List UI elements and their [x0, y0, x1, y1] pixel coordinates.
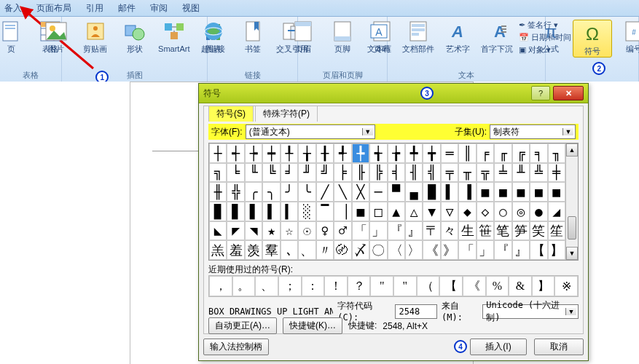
symbol-cell[interactable]: ☆ [281, 221, 298, 241]
tab-symbols[interactable]: 符号(S) [208, 106, 254, 122]
symbol-cell[interactable]: 笹 [477, 221, 494, 241]
symbol-cell[interactable]: ┿ [262, 143, 280, 163]
symbol-cell[interactable]: ▌ [262, 202, 280, 221]
help-button[interactable]: ? [531, 86, 550, 100]
symbol-cell[interactable]: ▽ [441, 202, 458, 221]
recent-symbol-cell[interactable]: % [486, 276, 509, 296]
recent-symbol-cell[interactable]: " [393, 276, 417, 296]
quickparts-button[interactable]: 文档部件 [401, 20, 436, 53]
number-button[interactable]: #编号 [616, 20, 639, 53]
symbol-cell[interactable]: ╠ [369, 163, 387, 183]
wordart-button[interactable]: A艺术字 [440, 20, 475, 53]
from-combo[interactable]: Unicode (十六进制) ▼ [482, 304, 579, 319]
symbol-cell[interactable]: ╂ [316, 143, 334, 163]
menu-page-layout[interactable]: 页面布局 [36, 2, 71, 15]
recent-symbol-cell[interactable]: 【 [439, 276, 463, 296]
symbol-cell[interactable]: ▍ [281, 202, 298, 221]
symbol-cell[interactable]: ╫ [209, 182, 227, 202]
code-input[interactable]: 2548 [395, 304, 437, 319]
header-button[interactable]: 页眉 [286, 20, 321, 53]
symbol-cell[interactable]: ▉ [209, 202, 227, 221]
symbol-cell[interactable]: ╬ [227, 182, 244, 202]
symbol-cell[interactable]: 「 [458, 240, 476, 260]
symbol-cell[interactable]: ╘ [227, 163, 244, 183]
picture-button[interactable]: 图片 [39, 20, 74, 53]
symbol-cell[interactable]: ╚ [262, 163, 280, 183]
menu-references[interactable]: 引用 [86, 2, 103, 15]
symbol-cell[interactable]: ╄ [352, 143, 369, 163]
recent-symbol-cell[interactable]: ： [302, 276, 325, 296]
symbol-cell[interactable]: 笔 [494, 221, 511, 241]
symbol-cell[interactable]: ╕ [530, 143, 547, 163]
recent-symbol-cell[interactable]: & [509, 276, 532, 296]
symbol-cell[interactable]: ╈ [423, 143, 440, 163]
symbol-cell[interactable]: ◥ [245, 221, 262, 241]
symbol-cell[interactable]: 羡 [245, 240, 262, 260]
symbol-cell[interactable]: ╟ [352, 163, 369, 183]
symbol-cell[interactable]: ◎ [512, 202, 530, 221]
symbol-cell[interactable]: 《 [423, 240, 440, 260]
symbol-cell[interactable]: 」 [369, 221, 387, 241]
symbol-cell[interactable]: 〇 [369, 240, 387, 260]
pages-button[interactable]: 页 [0, 20, 28, 53]
textbox-button[interactable]: A文本框 [361, 20, 396, 53]
scroll-thumb[interactable] [568, 216, 576, 240]
symbol-cell[interactable]: ､ [281, 240, 298, 260]
symbol-cell[interactable]: ┾ [245, 143, 262, 163]
symbol-cell[interactable]: ■ [494, 182, 511, 202]
symbol-cell[interactable]: 、 [298, 240, 315, 260]
insert-button[interactable]: 插入(I) [470, 339, 527, 355]
symbol-cell[interactable]: ╅ [369, 143, 387, 163]
symbol-cell[interactable]: 』 [512, 240, 530, 260]
recent-symbol-cell[interactable]: 。 [232, 276, 256, 296]
symbol-cell[interactable]: ■ [477, 182, 494, 202]
symbol-cell[interactable]: ╰ [298, 182, 315, 202]
symbol-cell[interactable]: 笑 [530, 221, 547, 241]
scroll-down-button[interactable]: ▼ [566, 247, 578, 260]
font-combo[interactable]: (普通文本) ▼ [246, 124, 375, 139]
symbol-cell[interactable]: ╖ [548, 143, 565, 163]
symbol-cell[interactable]: 」 [477, 240, 494, 260]
cancel-button[interactable]: 取消 [534, 339, 584, 355]
equation-button[interactable]: π公式 [533, 20, 568, 53]
symbol-cell[interactable]: ╢ [405, 163, 423, 183]
symbol-cell[interactable]: ◤ [227, 221, 244, 241]
recent-symbol-cell[interactable]: " [370, 276, 393, 296]
symbol-cell[interactable]: █ [423, 182, 440, 202]
recent-symbol-cell[interactable]: ； [278, 276, 302, 296]
symbol-cell[interactable]: ☉ [298, 221, 315, 241]
symbol-cell[interactable]: 〆 [352, 240, 369, 260]
symbol-cell[interactable]: ═ [441, 143, 458, 163]
symbol-cell[interactable]: ╪ [548, 163, 565, 183]
dialog-titlebar[interactable]: 符号 3 ? ✕ [199, 84, 588, 103]
symbol-cell[interactable]: ▲ [388, 202, 405, 221]
symbol-cell[interactable]: 笙 [548, 221, 565, 241]
symbol-cell[interactable]: ╞ [334, 163, 351, 183]
symbol-cell[interactable]: ╙ [245, 163, 262, 183]
symbol-cell[interactable]: ◢ [548, 202, 565, 221]
symbol-cell[interactable]: ◣ [209, 221, 227, 241]
recent-symbol-cell[interactable]: ， [209, 276, 232, 296]
symbol-cell[interactable]: 羣 [262, 240, 280, 260]
symbol-cell[interactable]: ╯ [281, 182, 298, 202]
symbol-cell[interactable]: ● [530, 202, 547, 221]
symbol-cell[interactable]: △ [405, 202, 423, 221]
symbol-cell[interactable]: ▕ [334, 202, 351, 221]
smartart-button[interactable]: SmartArt [157, 20, 192, 53]
symbol-cell[interactable]: ╥ [458, 163, 476, 183]
symbol-cell[interactable]: ░ [298, 202, 315, 221]
symbol-cell[interactable]: ╩ [530, 163, 547, 183]
shortcutkey-button[interactable]: 快捷键(K)… [283, 317, 342, 334]
symbol-cell[interactable]: ╇ [405, 143, 423, 163]
symbol-cell[interactable]: ▀ [388, 182, 405, 202]
symbol-cell[interactable]: ▊ [227, 202, 244, 221]
symbol-cell[interactable]: 羞 [227, 240, 244, 260]
bookmark-button[interactable]: 书签 [235, 20, 270, 53]
symbol-cell[interactable]: 〉 [405, 240, 423, 260]
symbol-cell[interactable]: ╦ [477, 163, 494, 183]
symbol-cell[interactable]: ╮ [262, 182, 280, 202]
recent-symbol-cell[interactable]: 、 [255, 276, 278, 296]
symbol-cell[interactable]: ╳ [352, 182, 369, 202]
symbol-cell[interactable]: ╲ [334, 182, 351, 202]
symbol-cell[interactable]: ╁ [298, 143, 315, 163]
